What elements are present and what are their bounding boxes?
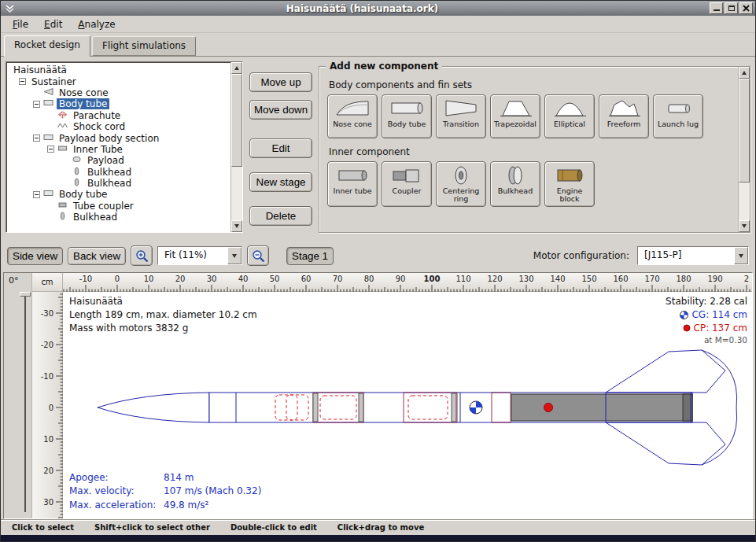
scroll-down-icon[interactable] [739, 220, 750, 232]
collapse-icon[interactable] [33, 191, 40, 198]
side-view-button[interactable]: Side view [7, 247, 63, 265]
tree-row[interactable]: Inner Tube [8, 144, 241, 155]
collapse-icon[interactable] [33, 101, 40, 108]
delete-button[interactable]: Delete [249, 206, 312, 226]
add-coupler-button[interactable]: Coupler [382, 161, 432, 207]
scrollbar-thumb[interactable] [739, 79, 750, 183]
fin-top[interactable] [606, 350, 725, 393]
tree-item-label[interactable]: Body tube [57, 189, 109, 200]
tree-row[interactable]: Sustainer [8, 76, 241, 87]
rotation-slider-track[interactable] [24, 293, 26, 512]
collapse-icon[interactable] [33, 135, 40, 142]
dropdown-arrow-icon[interactable] [227, 247, 242, 264]
scroll-down-icon[interactable] [231, 220, 242, 232]
tree-row[interactable]: Payload [8, 155, 241, 166]
rocket-name: Haisunäätä [69, 295, 257, 308]
close-button[interactable] [739, 2, 753, 14]
addpanel-scrollbar[interactable] [738, 67, 750, 232]
ruler-label: 30 [43, 498, 53, 507]
scrollbar-track[interactable] [739, 79, 750, 220]
tree-item-label[interactable]: Tube coupler [71, 201, 136, 212]
add-engine-block-button[interactable]: Engine block [544, 161, 595, 207]
tree-scrollbar[interactable] [230, 62, 242, 232]
tree-item-label[interactable]: Haisunäätä [11, 65, 69, 76]
nose-cone-shape[interactable] [98, 393, 209, 422]
bulkhead-shape[interactable] [313, 393, 318, 422]
titlebar[interactable]: Haisunäätä (haisunaata.ork) [1, 1, 755, 16]
fin-profile-curve[interactable] [702, 350, 737, 465]
tree-row[interactable]: Body tube [8, 189, 241, 200]
tree-item-label[interactable]: Parachute [71, 110, 123, 121]
menu-edit[interactable]: Edit [37, 17, 69, 32]
motor-shape[interactable] [511, 394, 692, 421]
tree-row[interactable]: Bulkhead [8, 167, 241, 178]
add-freeform-fin-button[interactable]: Freeform [599, 94, 649, 138]
tab-rocket-design[interactable]: Rocket design [4, 35, 90, 57]
rotation-control[interactable]: 0° [4, 273, 32, 519]
add-nose-cone-button[interactable]: Nose cone [327, 94, 378, 138]
max-acceleration-value: 49.8 m/s² [164, 499, 261, 512]
add-inner-tube-button[interactable]: Inner tube [327, 161, 378, 207]
ruler-label: 20 [43, 466, 53, 475]
tree-item-label[interactable]: Bulkhead [71, 212, 120, 223]
tree-row[interactable]: Bulkhead [8, 178, 241, 189]
tree-item-label[interactable]: Nose cone [57, 87, 111, 98]
ruler-label: -10 [41, 372, 53, 381]
tree-item-label-selected[interactable]: Body tube [57, 98, 109, 109]
dropdown-arrow-icon[interactable] [734, 247, 748, 264]
rocket-canvas[interactable]: Haisunäätä Length 189 cm, max. diameter … [63, 292, 752, 519]
tree-item-label[interactable]: Inner Tube [71, 144, 125, 155]
tree-row[interactable]: Bulkhead [8, 212, 241, 223]
tree-item-label[interactable]: Sustainer [29, 76, 79, 87]
tree-row[interactable]: Haisunäätä [8, 65, 241, 76]
tree-item-label[interactable]: Bulkhead [85, 178, 134, 189]
scroll-up-icon[interactable] [739, 67, 750, 79]
tree-row[interactable]: Tube coupler [8, 201, 241, 212]
add-centering-ring-button[interactable]: Centering ring [436, 161, 486, 207]
tree-row[interactable]: Shock cord [8, 121, 241, 132]
menu-analyze[interactable]: Analyze [71, 17, 122, 32]
stage-1-toggle[interactable]: Stage 1 [286, 247, 334, 265]
fin-bottom[interactable] [606, 422, 725, 465]
add-transition-button[interactable]: Transition [436, 94, 486, 138]
tree-row[interactable]: Payload body section [8, 132, 241, 143]
add-trapezoidal-fin-button[interactable]: Trapezoidal [490, 94, 540, 138]
ruler-label: 80 [364, 275, 374, 283]
add-body-tube-button[interactable]: Body tube [382, 94, 432, 138]
scroll-up-icon[interactable] [231, 62, 242, 74]
add-elliptical-fin-button[interactable]: Elliptical [544, 94, 595, 138]
tube-coupler-icon [57, 201, 68, 212]
minimize-button[interactable] [710, 2, 723, 14]
menu-file[interactable]: File [6, 17, 35, 32]
edit-button[interactable]: Edit [249, 138, 312, 158]
back-view-button[interactable]: Back view [68, 247, 126, 265]
openrocket-window: Haisunäätä (haisunaata.ork) File Edit An… [0, 0, 756, 542]
zoom-select[interactable]: Fit (11%) [157, 246, 242, 265]
new-stage-button[interactable]: New stage [249, 172, 312, 192]
move-up-button[interactable]: Move up [249, 72, 312, 92]
bulkhead-shape[interactable] [452, 393, 456, 422]
window-menu-icon[interactable] [3, 2, 17, 14]
zoom-out-button[interactable] [247, 245, 269, 266]
maximize-button[interactable] [725, 2, 738, 14]
tree-row[interactable]: Parachute [8, 110, 241, 121]
scrollbar-thumb[interactable] [231, 74, 242, 167]
tree-item-label[interactable]: Payload body section [57, 133, 161, 144]
move-down-button[interactable]: Move down [249, 100, 312, 120]
scrollbar-track[interactable] [231, 74, 242, 220]
tree-item-label[interactable]: Payload [85, 155, 127, 166]
tree-row[interactable]: Body tube [8, 98, 241, 109]
body-tube-icon [389, 98, 425, 119]
tree-item-label[interactable]: Bulkhead [85, 167, 134, 178]
zoom-in-button[interactable] [131, 245, 153, 266]
rotation-slider-handle[interactable] [20, 292, 31, 297]
add-bulkhead-button[interactable]: Bulkhead [490, 161, 540, 207]
collapse-icon[interactable] [19, 78, 26, 85]
tree-row[interactable]: Nose cone [8, 87, 241, 98]
tab-flight-simulations[interactable]: Flight simulations [92, 36, 196, 56]
tree-item-label[interactable]: Shock cord [71, 121, 127, 132]
motor-configuration-select[interactable]: [J115-P] [637, 246, 749, 265]
bulkhead-shape[interactable] [359, 393, 363, 422]
collapse-icon[interactable] [47, 146, 54, 153]
add-launch-lug-button[interactable]: Launch lug [653, 94, 703, 138]
